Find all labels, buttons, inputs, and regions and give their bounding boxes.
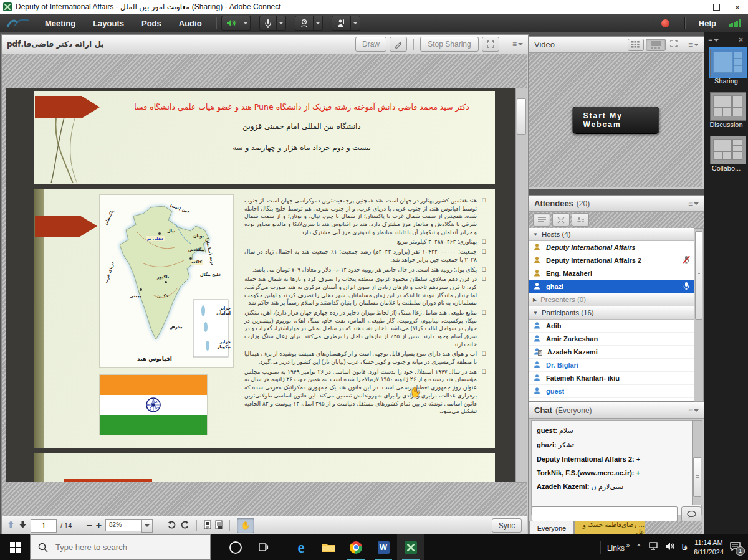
chat-tab-everyone[interactable]: Everyone bbox=[529, 521, 574, 535]
attendee-row[interactable]: ghazi bbox=[529, 280, 694, 293]
fit-width-button[interactable] bbox=[215, 520, 223, 531]
menu-help[interactable]: Help bbox=[690, 19, 725, 28]
chrome-button[interactable] bbox=[342, 534, 370, 560]
microphone-button[interactable] bbox=[259, 16, 277, 31]
webcam-dropdown[interactable] bbox=[314, 16, 323, 31]
menu-audio[interactable]: Audio bbox=[170, 19, 211, 28]
attendee-row[interactable]: Amir Zarkeshan bbox=[529, 333, 694, 346]
attendee-status-view-button[interactable] bbox=[572, 213, 589, 227]
connection-status-icon[interactable] bbox=[729, 19, 741, 27]
layout-sharing-label[interactable]: Sharing bbox=[704, 77, 748, 85]
raise-hand-dropdown[interactable] bbox=[351, 16, 360, 31]
recording-indicator[interactable] bbox=[661, 19, 669, 27]
fit-page-button[interactable] bbox=[204, 520, 211, 531]
clock[interactable]: 11:14 AM 6/11/2024 bbox=[694, 538, 724, 556]
layout-discussion-label[interactable]: Discussion bbox=[704, 121, 748, 128]
links-toolbar[interactable]: Links » bbox=[607, 542, 630, 553]
minimize-button[interactable] bbox=[684, 0, 706, 14]
attendee-row[interactable]: Deputy International Affairs 2 bbox=[529, 254, 694, 267]
rotate-right-button[interactable] bbox=[180, 521, 189, 531]
volume-icon[interactable] bbox=[665, 542, 675, 553]
file-explorer-button[interactable] bbox=[315, 534, 342, 560]
task-view-button[interactable] bbox=[249, 534, 277, 560]
layout-collaboration-thumbnail[interactable] bbox=[710, 136, 746, 164]
zoom-out-button[interactable]: − bbox=[86, 520, 92, 531]
pointer-tool-button[interactable] bbox=[390, 37, 407, 52]
start-webcam-button[interactable]: Start My Webcam bbox=[573, 107, 659, 134]
attendees-pod-menu-button[interactable]: ≡ bbox=[688, 199, 699, 208]
chat-scrollbar[interactable] bbox=[692, 420, 702, 505]
attendee-row[interactable]: Fatemeh Khanlari- ikiu bbox=[529, 372, 694, 385]
next-page-button[interactable] bbox=[19, 520, 27, 531]
fullscreen-button[interactable] bbox=[482, 37, 499, 52]
attendee-row[interactable]: Deputy International Affairs bbox=[529, 241, 694, 254]
adobe-connect-taskbar-button[interactable] bbox=[397, 534, 424, 560]
notification-center-button[interactable]: 1 bbox=[730, 542, 741, 553]
attendees-scrollbar-thumb[interactable] bbox=[695, 231, 702, 320]
menu-meeting[interactable]: Meeting bbox=[36, 19, 84, 28]
cortana-button[interactable] bbox=[222, 534, 249, 560]
attendee-breakout-button[interactable] bbox=[552, 213, 570, 227]
menu-pods[interactable]: Pods bbox=[133, 19, 170, 28]
zoom-dropdown[interactable] bbox=[141, 519, 153, 533]
attendee-row[interactable]: guest bbox=[529, 385, 694, 398]
restore-button[interactable] bbox=[706, 0, 727, 14]
speaker-button[interactable] bbox=[221, 16, 241, 31]
layout-sharing-thumbnail[interactable] bbox=[710, 49, 746, 77]
attendee-group-header[interactable]: ▼Hosts (4) bbox=[529, 228, 694, 241]
draw-button[interactable]: Draw bbox=[355, 37, 386, 52]
attendee-row[interactable]: Azadeh Kazemi bbox=[529, 346, 694, 359]
edge-button[interactable]: e bbox=[287, 534, 315, 560]
attendee-group-header[interactable]: ▼Participants (16) bbox=[529, 306, 694, 320]
layout-discussion-thumbnail[interactable] bbox=[710, 92, 746, 121]
microphone-dropdown[interactable] bbox=[277, 16, 286, 31]
video-filmstrip-view-button[interactable] bbox=[646, 39, 666, 51]
zoom-level-value[interactable]: 82% bbox=[105, 519, 141, 531]
video-grid-view-button[interactable] bbox=[628, 39, 644, 51]
chat-send-button[interactable] bbox=[681, 506, 701, 522]
video-fullscreen-button[interactable] bbox=[670, 40, 678, 49]
attendees-scrollbar[interactable] bbox=[694, 228, 704, 402]
cortana-icon bbox=[229, 541, 242, 554]
word-button[interactable]: W bbox=[370, 534, 397, 560]
close-button[interactable]: × bbox=[727, 0, 748, 14]
attendee-row[interactable]: Adib bbox=[529, 320, 694, 333]
layout-bar-close-icon[interactable]: × bbox=[739, 36, 743, 44]
search-input[interactable] bbox=[54, 542, 200, 553]
start-button[interactable] bbox=[0, 534, 30, 560]
menu-layouts[interactable]: Layouts bbox=[84, 19, 133, 28]
sync-button[interactable]: Sync bbox=[492, 518, 522, 533]
triangle-right-icon: ▶ bbox=[533, 297, 537, 303]
video-pod-menu-button[interactable]: ≡ bbox=[688, 40, 699, 49]
zoom-in-button[interactable]: + bbox=[96, 520, 102, 531]
stop-sharing-button[interactable]: Stop Sharing bbox=[420, 37, 479, 52]
host-person-icon bbox=[533, 282, 541, 292]
document-scrollbar-thumb[interactable] bbox=[517, 98, 526, 135]
language-indicator[interactable]: فا bbox=[681, 543, 687, 552]
rotate-left-button[interactable] bbox=[167, 521, 176, 531]
raise-hand-button[interactable] bbox=[332, 16, 351, 31]
attendee-list-view-button[interactable] bbox=[533, 213, 550, 227]
page-number-input[interactable] bbox=[31, 519, 57, 533]
taskbar-search[interactable] bbox=[30, 534, 211, 560]
attendee-row[interactable]: Dr. Biglari bbox=[529, 359, 694, 372]
network-icon[interactable] bbox=[648, 542, 659, 553]
webcam-button[interactable] bbox=[295, 16, 314, 31]
chat-scrollbar-thumb[interactable] bbox=[693, 457, 701, 497]
attendee-group-header[interactable]: ▶Presenters (0) bbox=[529, 293, 694, 306]
attendee-row[interactable]: Eng. Mazaheri bbox=[529, 267, 694, 280]
layout-bar-menu-button[interactable]: ≡ bbox=[708, 36, 719, 45]
speaker-dropdown[interactable] bbox=[241, 16, 251, 31]
layout-collaboration-label[interactable]: Collabo... bbox=[704, 164, 748, 172]
document-scrollbar[interactable] bbox=[515, 88, 527, 483]
hand-tool-button[interactable]: ✋ bbox=[237, 518, 254, 533]
microphone-on-icon[interactable] bbox=[683, 282, 690, 292]
tray-expand-button[interactable]: ⌃ bbox=[636, 543, 641, 551]
chat-input[interactable] bbox=[532, 506, 678, 521]
microphone-muted-icon[interactable] bbox=[683, 255, 690, 265]
chat-pod-menu-button[interactable]: ≡ bbox=[688, 406, 699, 415]
prev-page-button[interactable] bbox=[7, 520, 15, 531]
chat-tab-private[interactable]: ... رضای‌فاطمه جسک و عل bbox=[574, 521, 645, 535]
share-pod-menu-button[interactable]: ≡ bbox=[512, 40, 523, 49]
document-area[interactable]: دکتر سید محمد قاضی دانش آموخته رشته فیزی… bbox=[6, 88, 515, 482]
